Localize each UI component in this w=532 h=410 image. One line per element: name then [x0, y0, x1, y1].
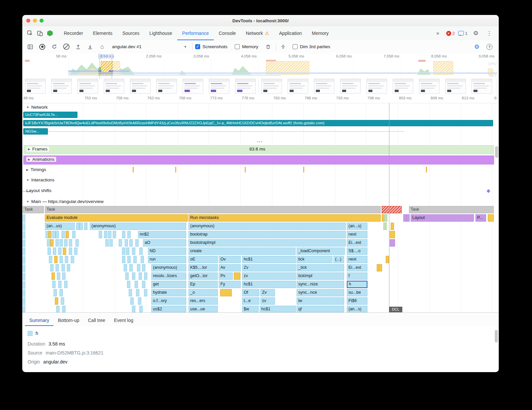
flame-frame[interactable]: [119, 239, 122, 247]
network-more-indicator[interactable]: ...: [257, 138, 263, 143]
summary-scrollbar-thumb[interactable]: [495, 330, 498, 343]
timing-marker[interactable]: [175, 167, 176, 172]
flame-frame[interactable]: [144, 289, 147, 296]
flame-frame[interactable]: zv: [260, 297, 275, 305]
flame-frame[interactable]: [127, 256, 131, 263]
timing-marker[interactable]: [133, 167, 134, 172]
screenshot-thumbnail[interactable]: [471, 79, 492, 94]
flame-frame[interactable]: [139, 272, 142, 280]
interactions-track-header[interactable]: ▼ Interactions: [26, 177, 55, 182]
flame-frame[interactable]: oE: [189, 256, 218, 263]
flame-frame[interactable]: [84, 223, 87, 230]
flame-frame[interactable]: qf: [297, 306, 344, 312]
network-track-header[interactable]: ▼ Network: [26, 105, 48, 110]
flame-frame[interactable]: [127, 231, 131, 238]
flame-frame[interactable]: (anonymous): [90, 223, 186, 230]
flame-frame[interactable]: [130, 297, 134, 305]
screenshot-thumbnail[interactable]: [393, 79, 413, 94]
flame-frame[interactable]: (an...us): [45, 223, 75, 230]
flame-frame[interactable]: [99, 231, 102, 238]
flame-frame[interactable]: use...ue: [189, 306, 218, 312]
flame-frame[interactable]: create: [189, 248, 296, 255]
flame-frame[interactable]: [108, 231, 111, 238]
tab-event-log[interactable]: Event log: [110, 315, 138, 326]
flame-frame[interactable]: Of: [242, 289, 259, 296]
flame-frame[interactable]: aO: [143, 239, 186, 247]
screenshot-thumbnail[interactable]: [77, 79, 98, 94]
flame-frame[interactable]: [62, 306, 66, 312]
screenshot-thumbnail[interactable]: [156, 79, 177, 94]
layout-shifts-track-header[interactable]: Layout shifts: [26, 188, 52, 193]
flame-frame[interactable]: _tick: [297, 264, 344, 271]
flame-frame[interactable]: [60, 289, 63, 296]
flame-frame[interactable]: [50, 239, 54, 247]
save-profile-icon[interactable]: [85, 43, 95, 51]
inspect-icon[interactable]: [25, 28, 35, 38]
animations-track-header[interactable]: ▶ Animations: [26, 157, 56, 162]
flame-frame[interactable]: [74, 248, 77, 255]
flame-frame[interactable]: [47, 239, 50, 247]
memory-checkbox[interactable]: Memory: [235, 44, 258, 49]
flame-frame[interactable]: bootstrapImpl: [189, 239, 346, 247]
flame-frame[interactable]: Layout: [411, 214, 474, 222]
flame-frame[interactable]: Task: [409, 206, 494, 213]
flame-frame[interactable]: Zv: [260, 289, 275, 296]
extension-icon[interactable]: [45, 28, 55, 38]
selection-right-handle[interactable]: [111, 54, 113, 59]
flame-frame[interactable]: Fy: [219, 281, 241, 288]
flame-frame[interactable]: [383, 223, 387, 230]
flame-frame[interactable]: (anonymous): [151, 264, 186, 271]
load-profile-icon[interactable]: [73, 43, 83, 51]
help-icon[interactable]: ?: [485, 43, 494, 51]
flame-frame[interactable]: [133, 256, 137, 263]
flame-frame[interactable]: [124, 264, 127, 271]
flame-frame[interactable]: [62, 264, 65, 271]
flame-frame[interactable]: K$5....tor: [189, 264, 218, 271]
flame-frame[interactable]: [122, 231, 125, 238]
home-icon[interactable]: ⌂: [97, 43, 107, 51]
flame-frame[interactable]: Ei...ext: [347, 264, 367, 271]
flame-frame[interactable]: [132, 248, 135, 255]
flame-frame[interactable]: zv: [242, 272, 296, 280]
flame-frame[interactable]: hydrate: [151, 289, 186, 296]
flame-frame[interactable]: bootstrap: [189, 231, 346, 238]
flame-frame[interactable]: [60, 256, 63, 263]
kebab-menu-icon[interactable]: ⋮: [484, 28, 494, 38]
flame-frame[interactable]: run: [148, 256, 186, 263]
timings-track-header[interactable]: ▶ Timings: [26, 167, 46, 172]
flame-frame[interactable]: get: [151, 281, 186, 288]
timeline-overview[interactable]: 58 ms1,058 ms2,058 ms3,058 ms4,058 ms5,0…: [22, 53, 499, 95]
flame-frame[interactable]: [65, 256, 68, 263]
main-thread-track-header[interactable]: ▼ Main — https://angular.dev/overview: [26, 199, 104, 204]
timeline-tracks[interactable]: 48 ms753 ms758 ms763 ms768 ms773 ms778 m…: [22, 95, 499, 312]
flame-frame[interactable]: o.f...ory: [151, 297, 186, 305]
flame-frame[interactable]: [52, 281, 56, 288]
flame-frame[interactable]: [54, 289, 57, 296]
flame-frame[interactable]: sync...nize: [297, 281, 344, 288]
screenshot-thumbnail[interactable]: [104, 79, 124, 94]
tab-performance[interactable]: Performance: [177, 26, 214, 40]
flame-frame[interactable]: [79, 223, 83, 230]
tab-console[interactable]: Console: [214, 26, 241, 40]
timing-marker[interactable]: [303, 167, 304, 172]
flame-frame[interactable]: [220, 289, 232, 296]
flame-frame[interactable]: us$2: [151, 306, 186, 312]
tracks-scrollbar-thumb[interactable]: [495, 146, 498, 158]
flame-frame[interactable]: [139, 248, 143, 255]
screenshot-thumbnail[interactable]: [130, 79, 151, 94]
flame-frame[interactable]: [66, 231, 69, 238]
flame-frame[interactable]: [61, 297, 64, 305]
flame-frame[interactable]: (anonymous): [189, 223, 346, 230]
flame-frame[interactable]: Task: [23, 206, 44, 213]
flame-frame[interactable]: Task: [45, 206, 381, 213]
flame-frame[interactable]: [62, 272, 66, 280]
flame-frame[interactable]: Run microtasks: [189, 214, 381, 222]
device-toolbar-icon[interactable]: [35, 28, 45, 38]
source-link[interactable]: main-DI52MBTG.js:3:16621: [46, 350, 103, 356]
flame-frame[interactable]: [109, 239, 113, 247]
flame-frame[interactable]: [382, 206, 402, 213]
flame-frame[interactable]: t...e: [242, 297, 259, 305]
flame-frame[interactable]: [64, 239, 67, 247]
flame-frame[interactable]: [62, 231, 65, 238]
screenshot-thumbnail[interactable]: [51, 79, 72, 94]
